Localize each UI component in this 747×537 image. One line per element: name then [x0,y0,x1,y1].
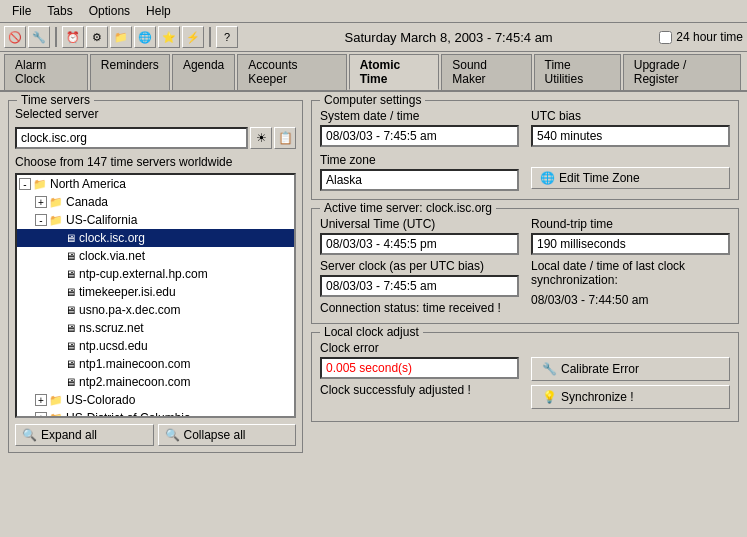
menu-tabs[interactable]: Tabs [39,2,80,20]
toolbar-24h-section: 24 hour time [659,30,743,44]
server-refresh-btn[interactable]: ☀ [250,127,272,149]
tree-item[interactable]: 🖥timekeeper.isi.edu [17,283,294,301]
tree-item[interactable]: 🖥ntp1.mainecoon.com [17,355,294,373]
tree-item[interactable]: 🖥ns.scruz.net [17,319,294,337]
sync-icon: 💡 [542,390,557,404]
server-clock-label: Server clock (as per UTC bias) [320,259,519,273]
tab-sound-maker[interactable]: Sound Maker [441,54,531,90]
tree-item-label: US-California [66,213,137,227]
tree-expand-icon[interactable]: + [35,412,47,418]
server-icon: 🖥 [65,232,76,244]
collapse-icon: 🔍 [165,428,180,442]
toolbar-datetime: Saturday March 8, 2003 - 7:45:4 am [240,30,657,45]
tree-item-label: clock.via.net [79,249,145,263]
toolbar-lightning-btn[interactable]: ⚡ [182,26,204,48]
tree-item[interactable]: 🖥ntp.ucsd.edu [17,337,294,355]
sync-label: Synchronize ! [561,390,634,404]
toolbar-question-btn[interactable]: ? [216,26,238,48]
tree-item-label: ns.scruz.net [79,321,144,335]
menu-options[interactable]: Options [81,2,138,20]
active-server-row2: Server clock (as per UTC bias) Connectio… [320,259,730,315]
toolbar-sep1 [55,27,57,47]
tab-accounts-keeper[interactable]: Accounts Keeper [237,54,346,90]
checkbox-24h[interactable] [659,31,672,44]
server-icon: 🖥 [65,322,76,334]
expand-collapse-row: 🔍 Expand all 🔍 Collapse all [15,424,296,446]
server-icon: 🖥 [65,268,76,280]
local-clock-group: Local clock adjust Clock error Clock suc… [311,332,739,422]
last-sync-group: Local date / time of last clock synchron… [531,259,730,315]
toolbar-wrench-btn[interactable]: 🔧 [28,26,50,48]
expand-all-btn[interactable]: 🔍 Expand all [15,424,154,446]
server-icon: 🖥 [65,376,76,388]
toolbar-net-btn[interactable]: 🌐 [134,26,156,48]
roundtrip-group: Round-trip time [531,217,730,255]
collapse-all-label: Collapse all [184,428,246,442]
toolbar-folder-btn[interactable]: 📁 [110,26,132,48]
tab-alarm-clock[interactable]: Alarm Clock [4,54,88,90]
tree-item[interactable]: 🖥clock.via.net [17,247,294,265]
tree-item[interactable]: +📁Canada [17,193,294,211]
menu-file[interactable]: File [4,2,39,20]
tree-item-label: ntp-cup.external.hp.com [79,267,208,281]
tree-item[interactable]: 🖥clock.isc.org [17,229,294,247]
toolbar-gear-btn[interactable]: ⚙ [86,26,108,48]
tab-agenda[interactable]: Agenda [172,54,235,90]
tab-upgrade-register[interactable]: Upgrade / Register [623,54,741,90]
time-servers-title: Time servers [17,93,94,107]
calibrate-error-btn[interactable]: 🔧 Calibrate Error [531,357,730,381]
tree-item-label: US-District of Columbia [66,411,191,418]
menu-help[interactable]: Help [138,2,179,20]
clock-error-input [320,357,519,379]
tree-expand-icon[interactable]: - [35,214,47,226]
last-sync-value: 08/03/03 - 7:44:50 am [531,293,730,307]
tree-expand-icon[interactable]: + [35,196,47,208]
synchronize-btn[interactable]: 💡 Synchronize ! [531,385,730,409]
server-tree[interactable]: -📁North America+📁Canada-📁US-California🖥c… [15,173,296,418]
edit-timezone-btn[interactable]: 🌐 Edit Time Zone [531,167,730,189]
toolbar-star-btn[interactable]: ⭐ [158,26,180,48]
tree-item[interactable]: 🖥ntp-cup.external.hp.com [17,265,294,283]
toolbar-clock-btn[interactable]: ⏰ [62,26,84,48]
tree-expand-icon[interactable]: + [35,394,47,406]
tree-item[interactable]: +📁US-Colorado [17,391,294,409]
folder-icon: 📁 [49,196,63,209]
clock-adjusted-text: Clock successfuly adjusted ! [320,383,519,397]
timezone-label: Time zone [320,153,519,167]
tree-item-label: timekeeper.isi.edu [79,285,176,299]
tree-item-label: ntp1.mainecoon.com [79,357,190,371]
tree-item[interactable]: 🖥ntp2.mainecoon.com [17,373,294,391]
expand-icon: 🔍 [22,428,37,442]
server-copy-btn[interactable]: 📋 [274,127,296,149]
system-date-label: System date / time [320,109,519,123]
tree-item-label: Canada [66,195,108,209]
connection-status: Connection status: time received ! [320,301,519,315]
main-content: Time servers Selected server ☀ 📋 Choose … [0,92,747,537]
menubar: File Tabs Options Help [0,0,747,23]
clock-error-group: Clock error Clock successfuly adjusted ! [320,341,519,413]
active-server-title: Active time server: clock.isc.org [320,201,496,215]
server-icon: 🖥 [65,358,76,370]
tree-expand-icon[interactable]: - [19,178,31,190]
right-panel: Computer settings System date / time Tim… [311,100,739,536]
toolbar-no-btn[interactable]: 🚫 [4,26,26,48]
edit-tz-label: Edit Time Zone [559,171,640,185]
tree-item[interactable]: 🖥usno.pa-x.dec.com [17,301,294,319]
tree-item[interactable]: -📁US-California [17,211,294,229]
tree-item[interactable]: +📁US-District of Columbia [17,409,294,418]
utc-label: Universal Time (UTC) [320,217,519,231]
left-panel: Time servers Selected server ☀ 📋 Choose … [8,100,303,536]
collapse-all-btn[interactable]: 🔍 Collapse all [158,424,297,446]
server-icon: 🖥 [65,304,76,316]
selected-server-input[interactable] [15,127,248,149]
timezone-input [320,169,519,191]
tab-time-utilities[interactable]: Time Utilities [534,54,621,90]
server-icon: 🖥 [65,250,76,262]
tab-reminders[interactable]: Reminders [90,54,170,90]
globe-icon: 🌐 [540,171,555,185]
active-server-row1: Universal Time (UTC) Round-trip time [320,217,730,255]
tab-atomic-time[interactable]: Atomic Time [349,54,440,90]
computer-settings-group: Computer settings System date / time Tim… [311,100,739,200]
tree-item[interactable]: -📁North America [17,175,294,193]
folder-icon: 📁 [33,178,47,191]
